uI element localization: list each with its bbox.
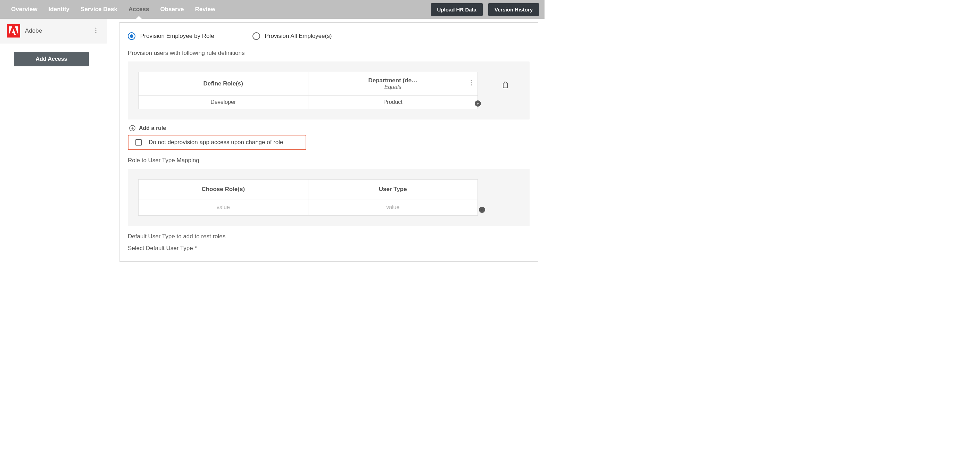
top-nav: Overview Identity Service Desk Access Ob…	[0, 0, 544, 19]
rules-col2-header: Department (de… Equals	[309, 72, 478, 95]
kebab-menu-icon[interactable]	[95, 27, 97, 35]
rules-grid: Define Role(s) Department (de… Equals	[138, 72, 478, 109]
svg-point-7	[471, 80, 472, 81]
rules-data-row: Developer Product +	[138, 95, 477, 109]
mapping-panel: Choose Role(s) User Type value value +	[128, 169, 530, 226]
main-content: Provision Employee by Role Provision All…	[107, 19, 544, 261]
trash-icon[interactable]	[502, 81, 508, 90]
add-rule-label: Add a rule	[139, 125, 166, 131]
tab-review[interactable]: Review	[189, 0, 221, 19]
rules-header-row: Define Role(s) Department (de… Equals	[138, 72, 477, 95]
mapping-col2-header: User Type	[309, 180, 478, 199]
deprovision-checkbox-row: Do not deprovision app access upon chang…	[128, 135, 306, 150]
version-history-button[interactable]: Version History	[488, 3, 539, 16]
main-layout: Adobe Add Access Provision Employee by R…	[0, 19, 544, 261]
svg-point-9	[471, 84, 472, 86]
default-user-type-heading: Default User Type to add to rest roles	[128, 233, 530, 240]
radio-all-label: Provision All Employee(s)	[265, 33, 332, 40]
upload-hr-data-button[interactable]: Upload HR Data	[431, 3, 483, 16]
radio-selected-icon	[128, 32, 135, 40]
deprovision-checkbox[interactable]	[135, 139, 142, 146]
rules-col1-header-label: Define Role(s)	[204, 80, 243, 87]
mapping-heading: Role to User Type Mapping	[128, 157, 530, 164]
kebab-menu-icon[interactable]	[471, 80, 472, 88]
svg-point-6	[95, 32, 96, 33]
rules-row1-col2[interactable]: Product	[309, 95, 478, 109]
adobe-logo-icon	[7, 24, 20, 38]
tab-access[interactable]: Access	[123, 0, 155, 19]
rules-col1-header: Define Role(s)	[138, 72, 309, 95]
app-row[interactable]: Adobe	[0, 19, 107, 43]
tab-overview[interactable]: Overview	[6, 0, 43, 19]
radio-provision-by-role[interactable]: Provision Employee by Role	[128, 32, 214, 40]
rules-col2-header-sub: Equals	[385, 84, 401, 90]
rules-heading: Provision users with following rule defi…	[128, 50, 530, 57]
add-mapping-icon[interactable]: +	[479, 207, 485, 213]
svg-point-4	[95, 27, 96, 29]
mapping-data-row: value value	[138, 199, 477, 215]
mapping-grid: Choose Role(s) User Type value value	[138, 179, 478, 216]
select-default-user-type-label: Select Default User Type *	[128, 245, 530, 252]
tab-service-desk[interactable]: Service Desk	[75, 0, 123, 19]
add-column-icon[interactable]: +	[475, 100, 481, 107]
provision-radio-group: Provision Employee by Role Provision All…	[128, 32, 530, 40]
content-card: Provision Employee by Role Provision All…	[119, 22, 538, 261]
rules-panel: Define Role(s) Department (de… Equals	[128, 62, 530, 119]
svg-point-8	[471, 82, 472, 83]
nav-tabs: Overview Identity Service Desk Access Ob…	[6, 0, 221, 19]
add-access-button[interactable]: Add Access	[14, 52, 89, 66]
radio-provision-all[interactable]: Provision All Employee(s)	[253, 32, 332, 40]
add-access-wrap: Add Access	[0, 43, 107, 75]
deprovision-checkbox-label: Do not deprovision app access upon chang…	[149, 139, 283, 146]
add-rule-button[interactable]: Add a rule	[128, 125, 530, 131]
svg-point-5	[95, 30, 96, 30]
rules-row1-col1[interactable]: Developer	[138, 95, 309, 109]
plus-circle-outline-icon	[129, 125, 135, 131]
rules-col2-header-label: Department (de…	[368, 77, 417, 84]
radio-unselected-icon	[253, 32, 260, 40]
mapping-col1-header: Choose Role(s)	[138, 180, 309, 199]
mapping-row1-col1[interactable]: value	[138, 199, 309, 215]
tab-observe[interactable]: Observe	[155, 0, 189, 19]
app-name-label: Adobe	[25, 27, 42, 34]
svg-rect-10	[503, 83, 508, 88]
mapping-header-row: Choose Role(s) User Type	[138, 180, 477, 199]
radio-by-role-label: Provision Employee by Role	[140, 33, 214, 40]
sidebar: Adobe Add Access	[0, 19, 107, 261]
nav-buttons: Upload HR Data Version History	[431, 3, 539, 16]
tab-identity[interactable]: Identity	[43, 0, 75, 19]
mapping-row1-col2[interactable]: value	[309, 199, 478, 215]
rules-table-wrap: Define Role(s) Department (de… Equals	[138, 72, 519, 109]
